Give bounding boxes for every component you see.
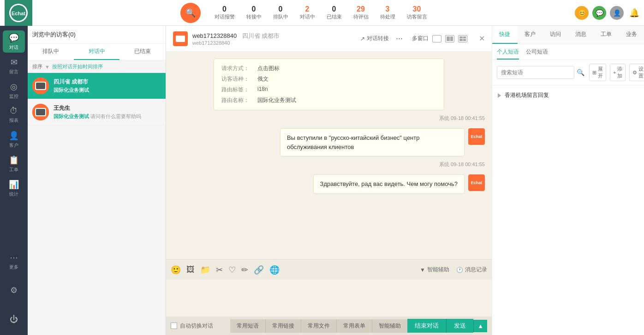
link-btn[interactable]: 🔗 [254,265,264,275]
image-btn[interactable]: 🖼 [186,265,195,275]
sidebar-item-monitor[interactable]: ◎ 监控 [3,79,25,102]
expand-btn[interactable]: ⊞ 展开 [589,64,606,81]
folder-btn[interactable]: 📁 [200,265,210,275]
right-tab-business[interactable]: 业务 [619,26,644,44]
right-tab-ticket[interactable]: 工单 [593,26,619,44]
sidebar-item-customer[interactable]: 👤 客户 [3,128,25,150]
quick-tab-ai[interactable]: 智能辅助 [372,319,407,333]
sidebar-item-chat[interactable]: 💬 对话 [3,30,25,53]
main-layout: 💬 对话 ✉ 留言 ◎ 监控 ⏱ 报表 👤 客户 📋 工单 📊 统计 ⋯ [0,26,644,335]
sidebar-chat-label: 对话 [9,44,18,51]
stat-num: 0 [279,5,283,13]
heart-icon: ♡ [228,265,236,275]
stat-item[interactable]: 0转接中 [246,5,262,20]
info-value-1: 俄文 [257,75,268,83]
quick-search-input[interactable] [497,66,574,79]
chat-toolbar: 🙂 🖼 📁 ✂ ♡ ✏ 🔗 🌐 [166,259,492,280]
window-single-icon[interactable] [432,35,441,42]
notification-bell[interactable]: 🔔 [629,8,639,18]
window-multi-icon[interactable] [458,35,467,42]
chat-input[interactable] [173,284,485,312]
conv-header-title: 浏览中的访客(0) [32,31,76,38]
sidebar-item-logout[interactable]: ⏻ [3,308,25,330]
quick-subtab-company[interactable]: 公司短语 [526,48,548,60]
stat-item[interactable]: 29待评估 [353,5,369,20]
stat-num: 3 [386,5,390,13]
stat-item[interactable]: 30访客留言 [407,5,427,20]
end-conversation-btn[interactable]: 结束对话 [407,319,446,333]
conv-header: 浏览中的访客(0) [28,26,166,44]
quick-subtabs: 个人短语 公司短语 [492,44,644,60]
right-tab-message[interactable]: 消息 [568,26,593,44]
sidebar-item-more[interactable]: ⋯ 更多 [3,250,25,272]
sidebar-item-message[interactable]: ✉ 留言 [3,55,25,77]
quick-tab-phrases[interactable]: 常用短语 [230,319,266,333]
tab-queuing[interactable]: 排队中 [28,44,74,60]
sidebar-item-stats[interactable]: 📊 统计 [3,177,25,199]
edit-btn[interactable]: ✏ [241,265,248,275]
sidebar-item-ticket[interactable]: 📋 工单 [3,153,25,175]
customer-icon: 👤 [9,131,19,141]
stat-item[interactable]: 0已结束 [327,5,342,20]
settings-label: 设置 [638,66,644,79]
tab-ended[interactable]: 已结束 [119,44,166,60]
chat-more-btn[interactable]: ··· [396,34,403,43]
sidebar-item-report[interactable]: ⏱ 报表 [3,104,25,126]
search-btn[interactable]: 🔍 [180,3,201,23]
quick-subtab-personal[interactable]: 个人短语 [497,48,519,60]
message-time-0: 系统 09-18 00:41:55 [173,115,485,122]
quick-tab-files[interactable]: 常用文件 [301,319,337,333]
conv-item-0[interactable]: 四川省 成都市 国际化业务测试 [28,73,166,99]
chat-header-actions: ↗ 对话转接 ··· [360,34,403,43]
settings-btn[interactable]: ⚙ 设置 [629,64,644,81]
transfer-btn[interactable]: ↗ 对话转接 [360,35,389,42]
conv-tag-0: 国际化业务测试 [54,87,89,93]
sidebar-message-label: 留言 [9,69,18,75]
conv-item-1[interactable]: 王先生 国际化业务测试 请问有什么需要帮助吗 [28,99,166,126]
stat-item[interactable]: 0排队中 [273,5,288,20]
chat-avatar [173,31,188,46]
agent-avatar-0: Echat [468,128,485,145]
scissors-btn[interactable]: ✂ [216,265,223,275]
send-btn[interactable]: 发送 [446,319,473,333]
quick-item-0[interactable]: 香港机场留言回复 [492,88,644,103]
stat-num: 30 [413,5,421,13]
stat-item[interactable]: 3待处理 [380,5,395,20]
avatar-wechat[interactable]: 💬 [592,6,606,20]
tab-active[interactable]: 对话中 [74,44,120,60]
smart-assist-arrow-icon: ▼ [420,267,425,273]
stat-item[interactable]: 0对话报警 [215,5,235,20]
right-tab-customer[interactable]: 客户 [518,26,543,44]
globe-btn[interactable]: 🌐 [269,265,280,275]
conv-sub-0: 国际化业务测试 [54,87,161,94]
add-btn[interactable]: + 添加 [610,64,626,81]
msg-history-btn[interactable]: 🕐 消息记录 [456,266,487,274]
heart-btn[interactable]: ♡ [228,265,236,275]
send-arrow-btn[interactable]: ▲ [473,320,487,332]
chat-icon: 💬 [9,33,19,43]
right-tab-quick[interactable]: 快捷 [492,26,518,44]
info-row-1: 访客语种： 俄文 [221,75,436,83]
agent-logo-0: Echat [471,134,483,139]
add-icon: + [613,70,616,75]
smart-assist-btn[interactable]: ▼ 智能辅助 [420,266,449,274]
conv-sort[interactable]: 排序 ▼ 按照对话开始时间排序 [28,60,166,73]
info-label-0: 请求方式： [221,65,254,72]
message-1: Здравствуйте, рад вас видеть. Чем могу п… [173,174,485,194]
auto-switch-checkbox[interactable] [171,323,177,329]
window-split-icon[interactable] [445,35,454,42]
stat-item[interactable]: 2对话中 [300,5,315,20]
more-icon: ⋯ [10,252,18,263]
search-icon: 🔍 [185,8,196,18]
avatar-yellow[interactable]: 😊 [575,6,589,20]
emoji-btn[interactable]: 🙂 [171,265,181,275]
quick-tab-forms[interactable]: 常用表单 [337,319,372,333]
quick-search-bar: 🔍 ⊞ 展开 + 添加 ⚙ 设置 [492,60,644,85]
auto-switch: 自动切换对话 [171,322,213,330]
sidebar-item-settings[interactable]: ⚙ [3,279,25,301]
quick-tab-links[interactable]: 常用链接 [266,319,301,333]
avatar-user[interactable]: 👤 [610,6,624,20]
right-tab-visit[interactable]: 访问 [543,26,568,44]
close-btn[interactable]: ✕ [479,34,485,43]
gear-icon: ⚙ [632,70,637,76]
